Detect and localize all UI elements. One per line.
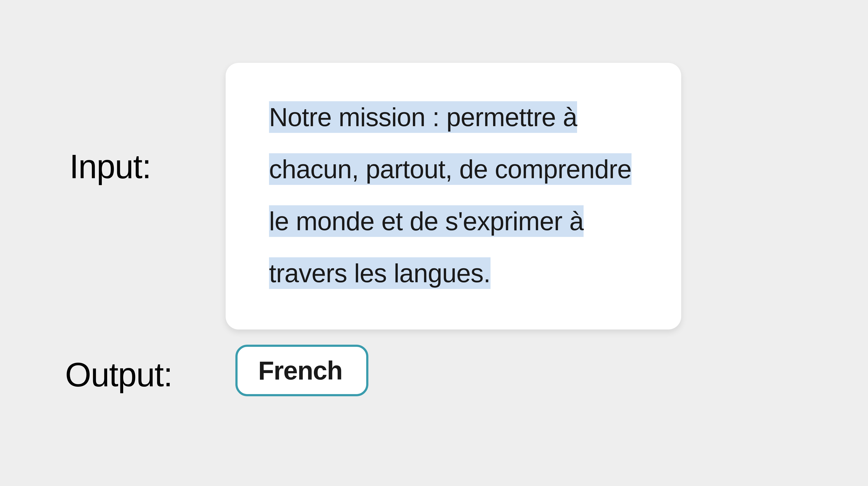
output-label: Output: <box>65 356 172 394</box>
output-chip: French <box>236 345 368 396</box>
input-text-block: Notre mission : permettre à chacun, part… <box>269 91 642 299</box>
diagram-container: Input: Notre mission : permettre à chacu… <box>0 0 868 486</box>
input-text-highlighted: Notre mission : permettre à chacun, part… <box>269 101 631 289</box>
output-value: French <box>258 356 342 385</box>
input-card: Notre mission : permettre à chacun, part… <box>226 63 681 329</box>
input-label: Input: <box>69 148 151 186</box>
